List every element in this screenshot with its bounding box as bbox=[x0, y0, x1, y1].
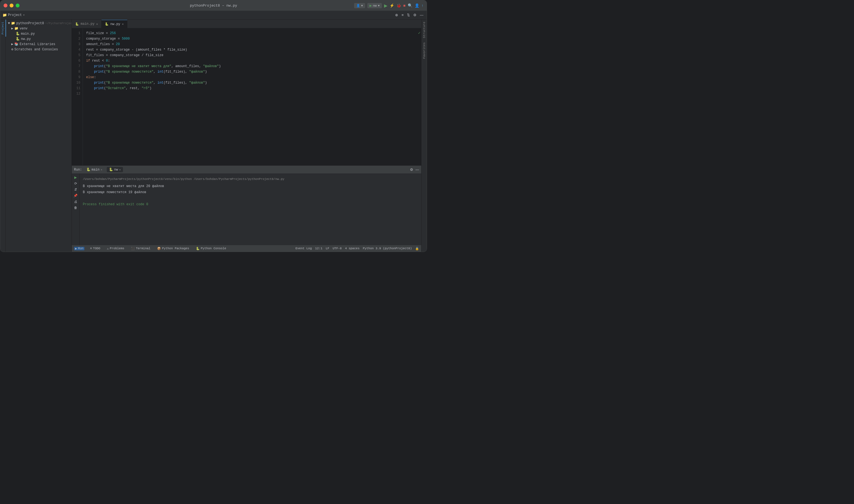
run-stop-layout-btn[interactable]: ⇵ bbox=[74, 187, 77, 192]
debug-button[interactable]: 🐞 bbox=[397, 3, 401, 8]
tab-main-py[interactable]: 🐍 main.py ✕ bbox=[72, 20, 102, 28]
editor-area: 🐍 main.py ✕ 🐍 nw.py ✕ 1 2 3 bbox=[72, 20, 421, 252]
run-trash-btn[interactable]: 🗑 bbox=[73, 205, 78, 210]
main-window: pythonProject8 – nw.py 👤 ▾ ▶ nw ▾ ▶ ⚡ 🐞 … bbox=[0, 0, 427, 252]
check-icon: ✓ bbox=[418, 31, 420, 35]
console-icon: 🐍 bbox=[196, 247, 200, 250]
user-icon: 👤 bbox=[356, 4, 360, 7]
line-endings: LF bbox=[326, 247, 329, 250]
project-label: Project bbox=[8, 13, 22, 17]
status-tab-python-console[interactable]: 🐍 Python Console bbox=[195, 247, 227, 250]
run-play-btn[interactable]: ▶ bbox=[74, 175, 77, 180]
run-config-dropdown: ▾ bbox=[378, 4, 380, 7]
py-tab-icon-nw: 🐍 bbox=[105, 22, 109, 26]
tree-item-main[interactable]: 🐍 main.py bbox=[6, 31, 72, 36]
run-status-icon: ▶ bbox=[75, 247, 77, 250]
problems-icon: ⚠ bbox=[107, 247, 109, 250]
status-bar-right: Event Log 12:1 LF UTF-8 4 spaces Python … bbox=[295, 247, 419, 250]
project-dropdown-icon[interactable]: ▾ bbox=[23, 13, 25, 17]
updates-btn[interactable]: ↑ bbox=[421, 3, 423, 8]
tab-label-nw: nw.py bbox=[110, 22, 120, 26]
todo-icon: ≡ bbox=[90, 247, 92, 250]
py-tab-icon-main: 🐍 bbox=[75, 22, 79, 26]
close-button[interactable] bbox=[4, 4, 7, 7]
run-tab-nw-icon: 🐍 bbox=[109, 167, 113, 172]
maximize-button[interactable] bbox=[16, 4, 20, 7]
packages-icon: 📦 bbox=[157, 247, 161, 250]
build-button[interactable]: ⚡ bbox=[389, 3, 394, 8]
status-tab-python-packages[interactable]: 📦 Python Packages bbox=[156, 247, 190, 250]
tree-item-scratches[interactable]: ⚙ Scratches and Consoles bbox=[6, 47, 72, 52]
run-pin-btn[interactable]: 📌 bbox=[73, 193, 78, 198]
status-tab-terminal[interactable]: ⬛ Terminal bbox=[130, 247, 151, 250]
structure-label[interactable]: Structure bbox=[421, 20, 427, 40]
scratches-icon: ⚙ bbox=[11, 47, 13, 51]
run-output-line-1: В хранилище не хватит места для 20 файло… bbox=[83, 183, 418, 189]
run-exit-code: Process finished with exit code 0 bbox=[83, 201, 418, 208]
terminal-icon: ⬛ bbox=[131, 247, 135, 250]
tree-label-venv: venv bbox=[20, 27, 28, 31]
status-bar: ▶ Run ≡ TODO ⚠ Problems ⬛ Terminal bbox=[72, 245, 421, 252]
profile-button[interactable]: ■ bbox=[403, 3, 405, 8]
todo-label: TODO bbox=[93, 247, 100, 250]
line-numbers: 1 2 3 4 5 6 7 8 9 10 11 12 bbox=[72, 28, 83, 165]
favorites-label[interactable]: Favorites bbox=[421, 40, 427, 61]
run-rerun-btn[interactable]: ⟳ bbox=[74, 181, 77, 186]
py-icon-nw: 🐍 bbox=[16, 37, 20, 41]
code-content[interactable]: file_size = 256 company_storage = 5000 a… bbox=[83, 28, 417, 165]
project-tree: ▼ 📁 pythonProject8 ~/PycharmProjects/pyt… bbox=[6, 20, 72, 252]
tree-root-label: pythonProject8 bbox=[16, 21, 44, 25]
window-title: pythonProject8 – nw.py bbox=[190, 4, 237, 8]
event-log-btn[interactable]: Event Log bbox=[295, 247, 312, 250]
close-panel-icon[interactable]: — bbox=[419, 12, 424, 18]
minimize-button[interactable] bbox=[10, 4, 14, 7]
run-status-label: Run bbox=[78, 247, 84, 250]
run-tab-main[interactable]: 🐍 main ✕ bbox=[84, 167, 105, 172]
run-config-btn[interactable]: ▶ nw ▾ bbox=[367, 3, 382, 8]
terminal-label: Terminal bbox=[136, 247, 150, 250]
search-button[interactable]: 🔍 bbox=[408, 3, 413, 8]
run-label: Run: bbox=[74, 168, 82, 172]
minimize-panel-btn[interactable]: — bbox=[415, 167, 419, 172]
folder-icon: 📁 bbox=[2, 13, 7, 17]
status-tab-problems[interactable]: ⚠ Problems bbox=[106, 247, 125, 250]
run-command: /Users/bohdan/PycharmProjects/pythonProj… bbox=[83, 176, 418, 182]
project-side-panel: Project bbox=[0, 20, 6, 252]
tab-nw-py[interactable]: 🐍 nw.py ✕ bbox=[102, 20, 127, 28]
run-output-line-2: В хранилище поместится 19 файлов bbox=[83, 189, 418, 195]
scope-icon[interactable]: ⊕ bbox=[394, 12, 399, 18]
user-avatar-btn[interactable]: 👤 bbox=[415, 3, 419, 8]
expand-icon[interactable]: ⇅ bbox=[406, 12, 411, 18]
status-tab-todo[interactable]: ≡ TODO bbox=[89, 247, 101, 250]
project-side-label[interactable]: Project bbox=[0, 20, 6, 37]
tree-item-extlibs[interactable]: ▶ 📚 External Libraries bbox=[6, 41, 72, 47]
run-content: ▶ ⟳ ⇵ 📌 🖨 🗑 /Users/bohdan/PycharmProject… bbox=[72, 174, 421, 245]
collapse-icon[interactable]: ≡ bbox=[400, 12, 405, 18]
python-version[interactable]: Python 3.9 (pythonProject8) bbox=[363, 247, 412, 250]
settings-gear-icon[interactable]: ⚙ bbox=[410, 167, 413, 172]
code-editor[interactable]: 1 2 3 4 5 6 7 8 9 10 11 12 file_size = 2… bbox=[72, 28, 421, 165]
run-button[interactable]: ▶ bbox=[384, 3, 387, 8]
right-gutter: ✓ bbox=[417, 28, 421, 165]
lib-icon: 📚 bbox=[14, 42, 18, 46]
tree-item-venv[interactable]: ▶ 📁 venv bbox=[6, 26, 72, 31]
tab-close-main[interactable]: ✕ bbox=[96, 22, 98, 26]
run-tab-nw-close[interactable]: ✕ bbox=[119, 168, 121, 172]
status-tab-run[interactable]: ▶ Run bbox=[74, 247, 85, 250]
editor-bottom-split: 1 2 3 4 5 6 7 8 9 10 11 12 file_size = 2… bbox=[72, 28, 421, 252]
tree-root[interactable]: ▼ 📁 pythonProject8 ~/PycharmProjects/pyt… bbox=[6, 21, 72, 26]
user-icon-btn[interactable]: 👤 ▾ bbox=[354, 3, 365, 8]
cursor-position: 12:1 bbox=[315, 247, 322, 250]
user-dropdown-icon: ▾ bbox=[361, 4, 363, 7]
indent-settings[interactable]: 4 spaces bbox=[345, 247, 360, 250]
tree-item-nw[interactable]: 🐍 nw.py bbox=[6, 36, 72, 41]
folder-open-icon: ▼ bbox=[8, 21, 10, 25]
tree-label-main: main.py bbox=[21, 32, 35, 36]
run-tab-nw[interactable]: 🐍 nw ✕ bbox=[107, 167, 123, 172]
run-print-btn[interactable]: 🖨 bbox=[73, 199, 78, 204]
settings-icon[interactable]: ⚙ bbox=[412, 12, 418, 18]
run-tab-main-close[interactable]: ✕ bbox=[101, 168, 102, 172]
tree-label-scratches: Scratches and Consoles bbox=[14, 48, 58, 51]
project-tree-panel: ▼ 📁 pythonProject8 ~/PycharmProjects/pyt… bbox=[6, 20, 72, 252]
tab-close-nw[interactable]: ✕ bbox=[122, 22, 124, 26]
